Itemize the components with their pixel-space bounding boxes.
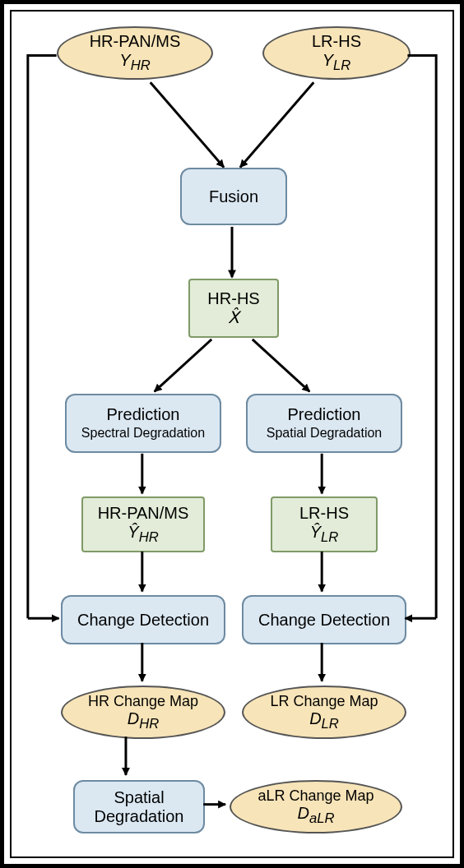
node-sd-line1: Spatial xyxy=(114,788,164,807)
node-input-lr-title: LR-HS xyxy=(312,32,361,51)
node-input-hr: HR-PAN/MS YHR xyxy=(57,26,213,80)
node-sd-line2: Degradation xyxy=(95,807,184,826)
node-yhat-hr-var: ŶHR xyxy=(128,523,158,545)
node-yhat-hr-title: HR-PAN/MS xyxy=(98,504,189,523)
node-change-detection-right: Change Detection xyxy=(242,595,406,644)
node-dalr-var: DaLR xyxy=(297,804,334,826)
node-yhat-lr: LR-HS ŶLR xyxy=(271,496,378,552)
diagram-outer-frame: HR-PAN/MS YHR LR-HS YLR Fusion HR-HS X̂ … xyxy=(0,0,464,868)
node-prediction-spatial: Prediction Spatial Degradation xyxy=(246,394,402,453)
node-yhat-hr: HR-PAN/MS ŶHR xyxy=(81,496,205,552)
node-dlr-title: LR Change Map xyxy=(270,693,378,710)
diagram-inner-frame: HR-PAN/MS YHR LR-HS YLR Fusion HR-HS X̂ … xyxy=(10,10,454,858)
node-prediction-spectral: Prediction Spectral Degradation xyxy=(65,394,221,453)
node-dlr-var: DLR xyxy=(309,709,339,732)
node-change-detection-left: Change Detection xyxy=(61,595,225,644)
node-fusion: Fusion xyxy=(180,168,287,225)
node-spatial-degradation: Spatial Degradation xyxy=(73,780,205,833)
node-prediction-spectral-title: Prediction xyxy=(107,405,180,424)
node-hrhs-title: HR-HS xyxy=(207,289,259,308)
node-hr-change-map: HR Change Map DHR xyxy=(61,686,225,739)
node-lr-change-map: LR Change Map DLR xyxy=(242,686,406,739)
node-input-hr-title: HR-PAN/MS xyxy=(90,32,181,51)
node-prediction-spatial-title: Prediction xyxy=(288,405,361,424)
node-yhat-lr-var: ŶLR xyxy=(310,523,339,545)
node-dhr-var: DHR xyxy=(128,709,160,732)
node-hrhs: HR-HS X̂ xyxy=(188,279,279,338)
node-yhat-lr-title: LR-HS xyxy=(299,504,349,523)
node-cd-left-label: Change Detection xyxy=(77,611,209,630)
node-alr-change-map: aLR Change Map DaLR xyxy=(230,780,402,833)
node-input-lr: LR-HS YLR xyxy=(262,26,411,80)
node-input-lr-var: YLR xyxy=(322,51,351,73)
node-hrhs-var: X̂ xyxy=(228,308,239,327)
node-prediction-spectral-sub: Spectral Degradation xyxy=(81,426,205,441)
node-prediction-spatial-sub: Spatial Degradation xyxy=(267,426,383,441)
node-dhr-title: HR Change Map xyxy=(88,693,198,710)
node-dalr-title: aLR Change Map xyxy=(258,787,374,805)
node-cd-right-label: Change Detection xyxy=(258,611,390,630)
node-input-hr-var: YHR xyxy=(119,51,150,73)
node-fusion-label: Fusion xyxy=(209,187,258,206)
